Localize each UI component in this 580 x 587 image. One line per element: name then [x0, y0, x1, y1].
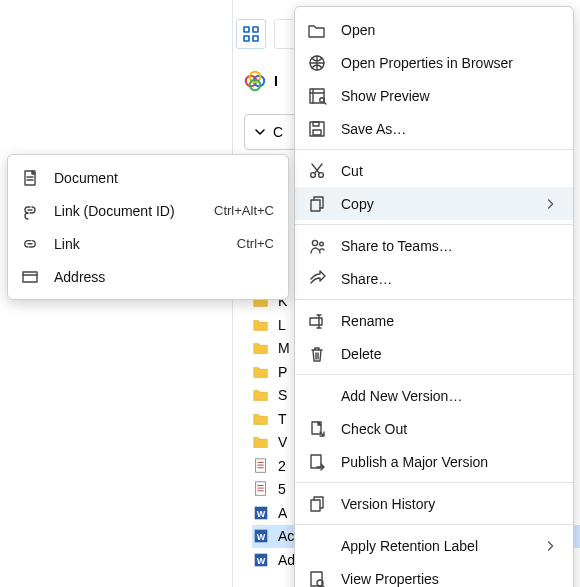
copy-submenu: DocumentLink (Document ID)Ctrl+Alt+CLink…: [7, 154, 289, 300]
view-props-icon: [307, 569, 327, 588]
menu-item[interactable]: Check Out: [295, 412, 573, 445]
menu-item[interactable]: Open: [295, 13, 573, 46]
menu-separator: [295, 374, 573, 375]
menu-item-label: Publish a Major Version: [341, 454, 559, 470]
submenu-item[interactable]: Document: [8, 161, 288, 194]
no-icon: [307, 536, 327, 556]
doc-icon: [252, 457, 270, 475]
address-icon: [20, 267, 40, 287]
menu-item[interactable]: Rename: [295, 304, 573, 337]
submenu-item-accelerator: Ctrl+Alt+C: [214, 203, 274, 218]
link-id-icon: [20, 201, 40, 221]
menu-item[interactable]: Copy: [295, 187, 573, 220]
history-icon: [307, 494, 327, 514]
menu-item-label: View Properties: [341, 571, 559, 587]
menu-item-label: Version History: [341, 496, 559, 512]
folder-icon: [252, 339, 270, 357]
menu-item-label: Copy: [341, 196, 529, 212]
folder-icon: [252, 433, 270, 451]
menu-item-label: Open Properties in Browser: [341, 55, 559, 71]
word-icon: [252, 527, 270, 545]
menu-item-label: Share…: [341, 271, 559, 287]
menu-item-label: Cut: [341, 163, 559, 179]
submenu-item[interactable]: LinkCtrl+C: [8, 227, 288, 260]
save-icon: [307, 119, 327, 139]
rename-icon: [307, 311, 327, 331]
context-menu: OpenOpen Properties in BrowserShow Previ…: [294, 6, 574, 587]
menu-item[interactable]: Show Preview: [295, 79, 573, 112]
filter-dropdown-label: C: [273, 124, 283, 140]
folder-icon: [252, 363, 270, 381]
publish-icon: [307, 452, 327, 472]
breadcrumb: I: [244, 70, 278, 92]
menu-item[interactable]: View Properties: [295, 562, 573, 587]
teams-icon: [307, 236, 327, 256]
folder-open-icon: [307, 20, 327, 40]
menu-item[interactable]: Save As…: [295, 112, 573, 145]
menu-item-label: Share to Teams…: [341, 238, 559, 254]
checkout-icon: [307, 419, 327, 439]
chevron-right-icon: [543, 538, 559, 554]
menu-item[interactable]: Share…: [295, 262, 573, 295]
folder-icon: [252, 410, 270, 428]
delete-icon: [307, 344, 327, 364]
svg-rect-3: [253, 36, 258, 41]
submenu-item-label: Address: [54, 269, 274, 285]
menu-item[interactable]: Cut: [295, 154, 573, 187]
view-grid-button[interactable]: [236, 19, 266, 49]
grid-icon: [242, 25, 260, 43]
app-logo-icon: [244, 70, 266, 92]
submenu-item-label: Link (Document ID): [54, 203, 200, 219]
menu-separator: [295, 482, 573, 483]
menu-item[interactable]: Version History: [295, 487, 573, 520]
submenu-item-accelerator: Ctrl+C: [237, 236, 274, 251]
menu-separator: [295, 149, 573, 150]
submenu-item[interactable]: Link (Document ID)Ctrl+Alt+C: [8, 194, 288, 227]
menu-item-label: Check Out: [341, 421, 559, 437]
menu-item-label: Apply Retention Label: [341, 538, 529, 554]
svg-rect-1: [253, 27, 258, 32]
menu-item[interactable]: Open Properties in Browser: [295, 46, 573, 79]
submenu-item-label: Document: [54, 170, 274, 186]
menu-separator: [295, 524, 573, 525]
menu-item[interactable]: Delete: [295, 337, 573, 370]
submenu-item[interactable]: Address: [8, 260, 288, 293]
menu-item[interactable]: Publish a Major Version: [295, 445, 573, 478]
chevron-down-icon: [253, 125, 267, 139]
menu-item-label: Delete: [341, 346, 559, 362]
menu-item[interactable]: Apply Retention Label: [295, 529, 573, 562]
menu-item-label: Open: [341, 22, 559, 38]
no-icon: [307, 386, 327, 406]
menu-separator: [295, 299, 573, 300]
menu-item-label: Save As…: [341, 121, 559, 137]
menu-item-label: Show Preview: [341, 88, 559, 104]
word-icon: [252, 551, 270, 569]
cut-icon: [307, 161, 327, 181]
svg-rect-0: [244, 27, 249, 32]
globe-icon: [307, 53, 327, 73]
share-icon: [307, 269, 327, 289]
breadcrumb-text: I: [274, 73, 278, 89]
preview-icon: [307, 86, 327, 106]
menu-item[interactable]: Share to Teams…: [295, 229, 573, 262]
menu-separator: [295, 224, 573, 225]
menu-item-label: Rename: [341, 313, 559, 329]
link-icon: [20, 234, 40, 254]
word-icon: [252, 504, 270, 522]
submenu-item-label: Link: [54, 236, 223, 252]
menu-item-label: Add New Version…: [341, 388, 559, 404]
folder-icon: [252, 316, 270, 334]
folder-icon: [252, 386, 270, 404]
doc-icon: [252, 480, 270, 498]
svg-rect-2: [244, 36, 249, 41]
copy-icon: [307, 194, 327, 214]
chevron-right-icon: [543, 196, 559, 212]
menu-item[interactable]: Add New Version…: [295, 379, 573, 412]
document-icon: [20, 168, 40, 188]
